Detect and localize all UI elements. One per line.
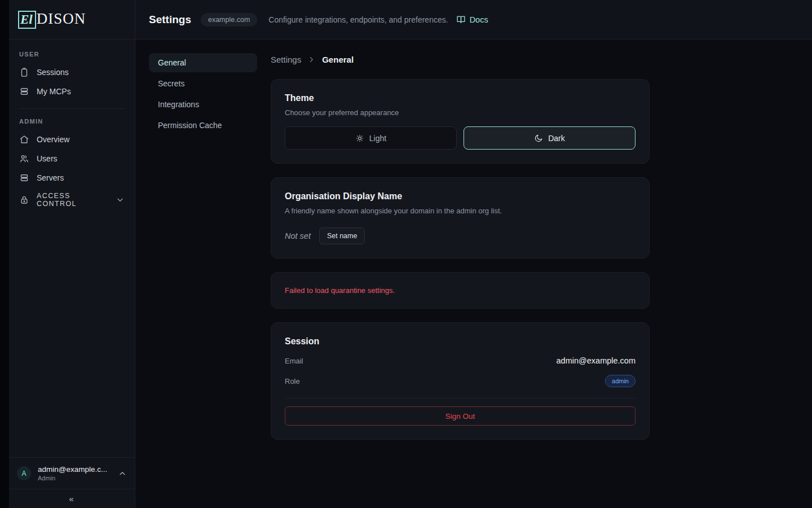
set-name-button[interactable]: Set name xyxy=(319,227,365,244)
session-divider xyxy=(285,398,636,398)
app-root: El DISON USER Sessions My MCPs ADMIN xyxy=(0,0,812,508)
sidebar-item-label: ACCESS CONTROL xyxy=(37,192,108,208)
sidebar-user-info: admin@example.c... Admin xyxy=(38,465,111,481)
sign-out-button[interactable]: Sign Out xyxy=(285,406,636,426)
theme-dark-label: Dark xyxy=(548,134,565,143)
sidebar-divider xyxy=(19,108,125,109)
tab-secrets[interactable]: Secrets xyxy=(149,74,257,93)
lock-icon xyxy=(19,195,29,205)
theme-light-label: Light xyxy=(369,134,386,143)
theme-card-title: Theme xyxy=(285,93,636,103)
sidebar-item-label: Users xyxy=(37,154,58,163)
sidebar-collapse-button[interactable]: « xyxy=(9,489,135,508)
page-subtitle: Configure integrations, endpoints, and p… xyxy=(268,15,448,24)
sidebar: El DISON USER Sessions My MCPs ADMIN xyxy=(9,0,135,508)
brand-logo-text: DISON xyxy=(37,11,86,27)
sidebar-item-servers[interactable]: Servers xyxy=(18,169,126,187)
sidebar-nav: USER Sessions My MCPs ADMIN Overview xyxy=(9,40,135,457)
book-open-icon xyxy=(456,15,466,24)
sidebar-item-label: Overview xyxy=(37,135,69,144)
sidebar-item-overview[interactable]: Overview xyxy=(18,130,126,148)
breadcrumb-root[interactable]: Settings xyxy=(271,55,301,64)
theme-dark-button[interactable]: Dark xyxy=(464,126,636,150)
sun-icon xyxy=(355,134,364,143)
chevron-up-icon xyxy=(118,469,127,478)
sidebar-item-label: Sessions xyxy=(37,68,69,77)
content-area: General Secrets Integrations Permission … xyxy=(135,40,812,508)
settings-subnav: General Secrets Integrations Permission … xyxy=(149,53,257,494)
breadcrumb: Settings General xyxy=(271,55,650,64)
main-area: Settings example.com Configure integrati… xyxy=(135,0,812,508)
collapse-icon: « xyxy=(69,494,74,503)
left-rail xyxy=(0,0,9,508)
page-header: Settings example.com Configure integrati… xyxy=(135,0,812,40)
org-name-title: Organisation Display Name xyxy=(285,191,636,202)
org-name-card: Organisation Display Name A friendly nam… xyxy=(271,177,650,259)
sidebar-item-users[interactable]: Users xyxy=(18,150,126,168)
docs-link-label: Docs xyxy=(470,15,488,24)
domain-badge: example.com xyxy=(201,13,257,27)
email-label: Email xyxy=(285,357,303,365)
chevron-down-icon xyxy=(116,195,125,204)
org-name-value: Not set xyxy=(285,231,311,240)
clipboard-icon xyxy=(19,67,29,77)
server-icon xyxy=(19,173,29,183)
tab-permission-cache[interactable]: Permission Cache xyxy=(149,116,257,135)
sidebar-user-email: admin@example.c... xyxy=(38,465,111,474)
sidebar-item-label: Servers xyxy=(37,173,64,182)
sidebar-header: El DISON xyxy=(9,0,135,40)
error-message: Failed to load quarantine settings. xyxy=(285,286,636,295)
brand-logo[interactable]: El DISON xyxy=(18,11,86,29)
home-icon xyxy=(19,134,29,144)
avatar: A xyxy=(17,466,31,480)
tab-general[interactable]: General xyxy=(149,53,257,72)
sidebar-user-menu[interactable]: A admin@example.c... Admin xyxy=(9,457,135,489)
server-icon xyxy=(19,86,29,97)
page-title: Settings xyxy=(149,14,191,26)
theme-card-description: Choose your preferred appearance xyxy=(285,108,636,117)
role-label: Role xyxy=(285,377,300,386)
docs-link[interactable]: Docs xyxy=(456,15,488,24)
sidebar-section-user-label: USER xyxy=(19,51,126,58)
brand-logo-mark: El xyxy=(18,11,36,29)
session-card-title: Session xyxy=(285,336,636,347)
org-name-row: Not set Set name xyxy=(285,227,636,244)
sidebar-item-access-control[interactable]: ACCESS CONTROL xyxy=(18,188,126,212)
session-email-row: Email admin@example.com xyxy=(285,356,636,365)
quarantine-error-card: Failed to load quarantine settings. xyxy=(271,272,650,309)
sidebar-section-admin-label: ADMIN xyxy=(19,118,126,125)
moon-icon xyxy=(534,134,543,143)
chevron-right-icon xyxy=(307,55,316,64)
session-role-row: Role admin xyxy=(285,375,636,387)
theme-card: Theme Choose your preferred appearance L… xyxy=(271,79,650,164)
tab-integrations[interactable]: Integrations xyxy=(149,95,257,114)
org-name-description: A friendly name shown alongside your dom… xyxy=(285,207,636,215)
theme-light-button[interactable]: Light xyxy=(285,126,457,150)
breadcrumb-current: General xyxy=(322,55,354,64)
users-icon xyxy=(19,154,29,164)
sidebar-item-my-mcps[interactable]: My MCPs xyxy=(18,82,126,100)
settings-panel: Settings General Theme Choose your prefe… xyxy=(271,53,650,494)
email-value: admin@example.com xyxy=(557,356,636,365)
theme-options: Light Dark xyxy=(285,126,636,150)
session-card: Session Email admin@example.com Role adm… xyxy=(271,322,650,440)
sidebar-item-sessions[interactable]: Sessions xyxy=(18,63,126,81)
sidebar-user-role: Admin xyxy=(38,475,111,481)
role-badge: admin xyxy=(605,375,636,387)
sidebar-item-label: My MCPs xyxy=(37,87,71,96)
